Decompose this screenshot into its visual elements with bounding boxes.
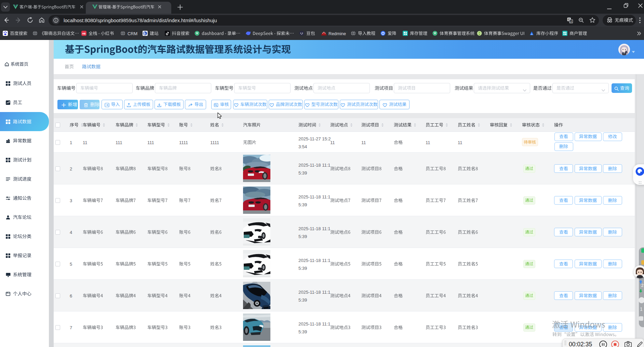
svg-text:文: 文 <box>570 20 573 23</box>
svg-text:HB: HB <box>82 32 85 35</box>
